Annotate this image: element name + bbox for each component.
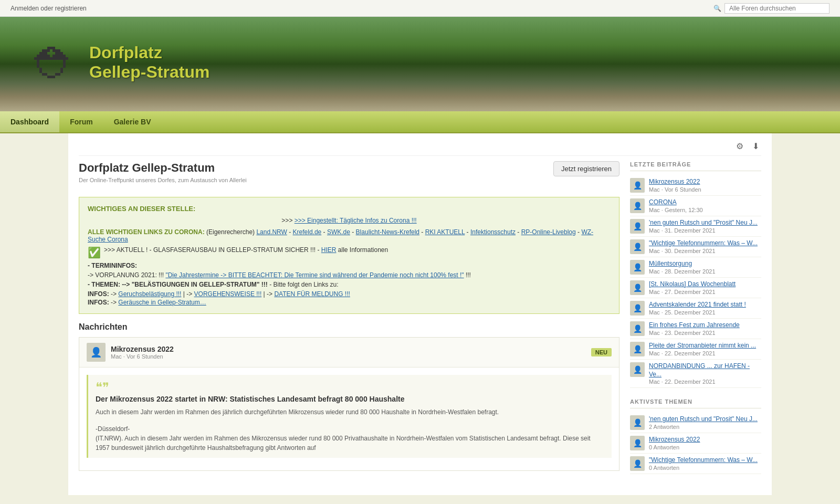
sidebar-avatar: 👤	[630, 415, 645, 430]
sidebar-item-sub: Mac · 23. Dezember 2021	[649, 330, 761, 336]
hier-link[interactable]: HIER	[321, 246, 337, 254]
sidebar-avatar: 👤	[630, 321, 645, 336]
letzte-item: 👤 [St. Nikolaus] Das Wochenblatt Mac · 2…	[630, 278, 761, 298]
gerausche-link[interactable]: Geräusche in Gellep-Stratum…	[118, 299, 206, 306]
link-land-nrw[interactable]: Land.NRW	[256, 228, 287, 236]
glasfaser-row: ✅ >>> AKTUELL ! - GLASFASERAUSBAU IN GEL…	[88, 246, 611, 259]
quote-mark-icon: ❝❞	[96, 380, 109, 394]
sidebar-item-title[interactable]: Pleite der Stromanbieter nimmt kein ...	[649, 342, 761, 350]
letzte-title: LETZTE BEITRÄGE	[630, 161, 761, 171]
sidebar-item-meta: 'nen guten Rutsch und "Prosit" Neu J... …	[649, 415, 761, 430]
aktivste-item: 👤 "Wichtige Telefonnummern: Was – W... 0…	[630, 454, 761, 474]
aktivste-item-title[interactable]: Mikrozensus 2022	[649, 436, 761, 444]
site-title-line1: Dorfplatz	[89, 43, 209, 62]
check-icon: ✅	[88, 246, 101, 259]
geruchs-link[interactable]: Geruchsbelästigung !!!	[118, 290, 181, 298]
termine-link[interactable]: "Die Jahrestermine -> BITTE BEACHTET: Di…	[165, 271, 464, 279]
sidebar-item-meta: Adventskalender 2021 findet statt ! Mac …	[649, 301, 761, 316]
hierarchy-icon[interactable]: ⚙	[734, 141, 746, 153]
aktivste-item: 👤 Mikrozensus 2022 0 Antworten	[630, 433, 761, 454]
sidebar-avatar: 👤	[630, 456, 645, 471]
link-rp-online[interactable]: RP-Online-Liveblog	[521, 228, 576, 236]
sidebar-avatar: 👤	[630, 198, 645, 213]
sidebar-item-meta: Müllentsorgung Mac · 28. Dezember 2021	[649, 260, 761, 275]
aktivste-item-sub: 0 Antworten	[649, 444, 761, 450]
post-card: 👤 Mikrozensus 2022 Mac · Vor 6 Stunden N…	[79, 337, 620, 471]
link-blaulicht[interactable]: Blaulicht-News-Krefeld	[356, 228, 419, 236]
post-meta: Mikrozensus 2022 Mac · Vor 6 Stunden	[111, 345, 586, 360]
sidebar-item-title[interactable]: NORDANBINDUNG ... zur HAFEN - Ve...	[649, 362, 761, 379]
letzte-item: 👤 "Wichtige Telefonnummern: Was – W... M…	[630, 237, 761, 257]
login-link[interactable]: Anmelden oder registrieren	[10, 5, 87, 12]
infos2-row: INFOS: -> Geräusche in Gellep-Stratum…	[88, 299, 611, 306]
letzte-item: 👤 Adventskalender 2021 findet statt ! Ma…	[630, 298, 761, 319]
register-button[interactable]: Jetzt registrieren	[553, 161, 620, 176]
link-infektionsschutz[interactable]: Infektionsschutz	[470, 228, 516, 236]
page-title: Dorfplatz Gellep-Stratum	[79, 161, 247, 175]
sidebar-avatar: 👤	[630, 280, 645, 295]
aktivste-item-sub: 0 Antworten	[649, 465, 761, 471]
aktivste-list: 👤 'nen guten Rutsch und "Prosit" Neu J..…	[630, 413, 761, 474]
site-title: Dorfplatz Gellep-Stratum	[89, 43, 209, 82]
sidebar-avatar: 👤	[630, 219, 645, 234]
sidebar-avatar: 👤	[630, 260, 645, 275]
sidebar-item-meta: Mikrozensus 2022 Mac · Vor 6 Stunden	[649, 178, 761, 193]
sidebar-item-title[interactable]: [St. Nikolaus] Das Wochenblatt	[649, 280, 761, 289]
aktivste-item-title[interactable]: 'nen guten Rutsch und "Prosit" Neu J...	[649, 415, 761, 424]
sidebar-item-meta: "Wichtige Telefonnummern: Was – W... Mac…	[649, 239, 761, 254]
letzte-item: 👤 Mikrozensus 2022 Mac · Vor 6 Stunden	[630, 175, 761, 196]
download-icon[interactable]: ⬇	[750, 141, 761, 153]
sidebar-item-title[interactable]: 'nen guten Rutsch und "Prosit" Neu J...	[649, 219, 761, 227]
post-badge: NEU	[591, 348, 612, 356]
quote-place: -Düsseldorf-	[96, 424, 604, 434]
nav-forum[interactable]: Forum	[59, 111, 103, 132]
sidebar-item-sub: Mac · 31. Dezember 2021	[649, 227, 761, 234]
search-icon: 🔍	[713, 5, 721, 12]
aktivste-item: 👤 'nen guten Rutsch und "Prosit" Neu J..…	[630, 413, 761, 433]
sidebar-item-sub: Mac · 22. Dezember 2021	[649, 379, 761, 385]
sidebar-item-sub: Mac · 30. Dezember 2021	[649, 248, 761, 254]
page-subtitle: Der Online-Treffpunkt unseres Dorfes, zu…	[79, 177, 247, 183]
links-label: ALLE WICHTIGEN LINKS ZU CORONA:	[88, 228, 205, 236]
letzte-item: 👤 CORONA Mac · Gestern, 12:30	[630, 196, 761, 216]
sidebar-item-meta: Ein frohes Fest zum Jahresende Mac · 23.…	[649, 321, 761, 336]
notice-title: WICHTIGES AN DIESER STELLE:	[88, 205, 611, 213]
sidebar-item-title[interactable]: "Wichtige Telefonnummern: Was – W...	[649, 239, 761, 248]
letzte-item: 👤 Pleite der Stromanbieter nimmt kein ..…	[630, 339, 761, 360]
infos1-row: INFOS: -> Geruchsbelästigung !!! | -> VO…	[88, 290, 611, 298]
post-author: Mac · Vor 6 Stunden	[111, 353, 586, 360]
post-body: ❝❞ Der Mikrozensus 2022 startet in NRW: …	[79, 368, 619, 470]
sidebar-item-meta: 'nen guten Rutsch und "Prosit" Neu J... …	[649, 219, 761, 234]
sidebar-item-sub: Mac · 28. Dezember 2021	[649, 268, 761, 275]
notice-box: WICHTIGES AN DIESER STELLE: >>> >>> Eing…	[79, 197, 620, 314]
notice-center: >>> >>> Eingestellt: Tägliche Infos zu C…	[88, 217, 611, 224]
site-logo: ⛑	[32, 27, 79, 101]
corona-link[interactable]: >>> Eingestellt: Tägliche Infos zu Coron…	[295, 217, 417, 224]
link-swk[interactable]: SWK.de	[327, 228, 350, 236]
aktivste-item-title[interactable]: "Wichtige Telefonnummern: Was – W...	[649, 456, 761, 465]
sidebar-item-title[interactable]: CORONA	[649, 198, 761, 207]
letzte-item: 👤 Müllentsorgung Mac · 28. Dezember 2021	[630, 257, 761, 278]
sidebar-avatar: 👤	[630, 342, 645, 356]
post-title[interactable]: Mikrozensus 2022	[111, 345, 586, 353]
link-krefeld[interactable]: Krefeld.de	[293, 228, 322, 236]
vorgehens-link[interactable]: VORGEHENSWEISE !!!	[194, 290, 262, 298]
sidebar-item-title[interactable]: Mikrozensus 2022	[649, 178, 761, 186]
letzte-item: 👤 'nen guten Rutsch und "Prosit" Neu J..…	[630, 216, 761, 237]
sidebar-item-sub: Mac · 25. Dezember 2021	[649, 309, 761, 316]
sidebar-item-sub: Mac · Gestern, 12:30	[649, 207, 761, 213]
nav-dashboard[interactable]: Dashboard	[0, 111, 59, 132]
termininfos-row: - TERMININFOS:	[88, 262, 611, 269]
sidebar-item-title[interactable]: Müllentsorgung	[649, 260, 761, 268]
daten-link[interactable]: DATEN FÜR MELDUNG !!!	[274, 290, 350, 298]
sidebar-item-title[interactable]: Ein frohes Fest zum Jahresende	[649, 321, 761, 330]
quote-block: ❝❞ Der Mikrozensus 2022 startet in NRW: …	[87, 375, 612, 458]
search-input[interactable]	[724, 3, 830, 14]
link-rki[interactable]: RKI AKTUELL	[425, 228, 465, 236]
sidebar-item-title[interactable]: Adventskalender 2021 findet statt !	[649, 301, 761, 309]
sidebar-item-sub: Mac · Vor 6 Stunden	[649, 186, 761, 193]
quote-body2: (IT.NRW). Auch in diesem Jahr werden im …	[96, 434, 604, 453]
sidebar-avatar: 👤	[630, 436, 645, 450]
sidebar-item-sub: Mac · 22. Dezember 2021	[649, 350, 761, 356]
nav-galerie[interactable]: Galerie BV	[103, 111, 162, 132]
